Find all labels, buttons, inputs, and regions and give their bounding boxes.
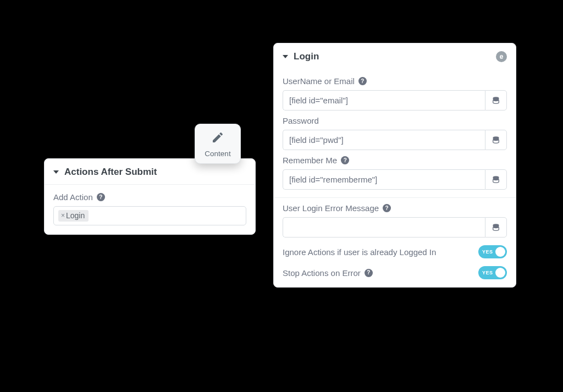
ignore-loggedin-label: Ignore Actions if user is already Logged… (283, 247, 436, 257)
ignore-loggedin-toggle[interactable]: YES (478, 245, 507, 258)
error-message-label: User Login Error Message (283, 203, 379, 213)
add-action-label: Add Action (53, 192, 93, 202)
dynamic-tag-button[interactable] (485, 130, 507, 150)
help-icon[interactable]: ? (358, 77, 367, 85)
help-icon[interactable]: ? (341, 156, 349, 164)
login-panel-title: Login (294, 51, 319, 62)
actions-panel-title: Actions After Submit (64, 167, 157, 178)
caret-down-icon (283, 55, 288, 58)
stop-on-error-toggle[interactable]: YES (478, 266, 507, 279)
action-chip-login[interactable]: × Login (58, 210, 89, 222)
chip-label: Login (66, 211, 85, 220)
error-message-field: User Login Error Message ? (283, 203, 507, 238)
toggle-yes-text: YES (482, 270, 493, 275)
username-field: UserName or Email ? (283, 76, 507, 111)
username-input[interactable] (283, 90, 485, 111)
brand-badge-icon: e (496, 51, 507, 62)
stop-on-error-label: Stop Actions on Error (283, 268, 361, 278)
content-tab-label: Content (200, 150, 236, 158)
rememberme-label: Remember Me (283, 156, 337, 165)
dynamic-tag-button[interactable] (485, 169, 507, 190)
pencil-icon (211, 136, 224, 146)
error-message-input[interactable] (283, 217, 485, 238)
ignore-loggedin-row: Ignore Actions if user is already Logged… (283, 245, 507, 258)
login-panel: Login e UserName or Email ? Password (273, 43, 516, 288)
dynamic-tag-button[interactable] (485, 217, 507, 238)
chip-remove-icon[interactable]: × (61, 212, 65, 219)
actions-after-submit-panel: Actions After Submit Add Action ? × Logi… (44, 158, 256, 235)
rememberme-input[interactable] (283, 169, 485, 190)
toggle-knob (495, 247, 505, 257)
password-field: Password (283, 116, 507, 150)
password-input[interactable] (283, 130, 485, 150)
section-divider (274, 197, 516, 198)
toggle-knob (495, 268, 505, 278)
toggle-yes-text: YES (482, 249, 493, 255)
add-action-label-row: Add Action ? (53, 192, 246, 202)
help-icon[interactable]: ? (97, 193, 105, 201)
username-label: UserName or Email (283, 76, 355, 86)
actions-panel-body: Add Action ? × Login (45, 184, 255, 234)
dynamic-tag-button[interactable] (485, 90, 507, 111)
caret-down-icon (53, 170, 59, 174)
password-label: Password (283, 116, 319, 125)
rememberme-field: Remember Me ? (283, 156, 507, 190)
content-tab-card[interactable]: Content (195, 124, 241, 164)
add-action-input[interactable]: × Login (53, 206, 246, 225)
help-icon[interactable]: ? (365, 269, 373, 277)
stop-on-error-row: Stop Actions on Error ? YES (283, 266, 507, 279)
help-icon[interactable]: ? (383, 204, 391, 212)
login-panel-body: UserName or Email ? Password (274, 69, 516, 287)
login-panel-header[interactable]: Login e (274, 43, 516, 69)
